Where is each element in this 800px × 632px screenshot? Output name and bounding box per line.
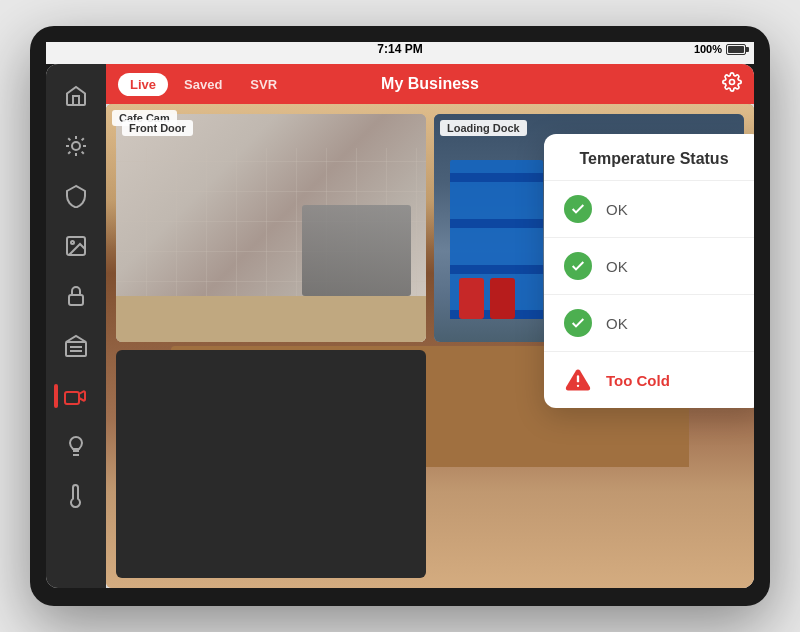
camera-label-loading: Loading Dock xyxy=(440,120,527,136)
temp-label-2: OK xyxy=(606,258,628,275)
sidebar-item-camera[interactable] xyxy=(54,374,98,418)
svg-point-21 xyxy=(577,385,579,387)
temp-label-1: OK xyxy=(606,201,628,218)
battery-icon xyxy=(726,44,746,55)
settings-button[interactable] xyxy=(722,72,742,96)
checkmark-icon-3 xyxy=(570,315,586,331)
svg-point-0 xyxy=(72,142,80,150)
temp-status-icon-1 xyxy=(564,195,592,223)
sidebar-item-gallery[interactable] xyxy=(54,224,98,268)
svg-rect-15 xyxy=(65,392,79,404)
lock-icon xyxy=(64,284,88,308)
header-tabs: Live Saved SVR xyxy=(118,73,289,96)
tablet-frame: 7:14 PM 100% xyxy=(30,26,770,606)
active-indicator xyxy=(54,384,58,408)
tab-svr[interactable]: SVR xyxy=(238,73,289,96)
temperature-panel: Temperature Status OK xyxy=(544,134,754,408)
svg-line-8 xyxy=(82,138,84,140)
temp-row-2: OK xyxy=(544,238,754,295)
svg-point-10 xyxy=(71,241,74,244)
sidebar-item-home[interactable] xyxy=(54,74,98,118)
status-battery-area: 100% xyxy=(515,43,746,55)
header-title: My Business xyxy=(381,75,479,93)
sun-icon xyxy=(64,134,88,158)
sidebar-item-shield[interactable] xyxy=(54,174,98,218)
temp-status-icon-4 xyxy=(564,366,592,394)
gallery-icon xyxy=(64,234,88,258)
camera-grid: Cafe Cam Front Door xyxy=(106,104,754,588)
temp-status-icon-2 xyxy=(564,252,592,280)
svg-line-3 xyxy=(68,138,70,140)
temp-row-1: OK xyxy=(544,181,754,238)
status-time: 7:14 PM xyxy=(285,42,516,56)
sidebar-item-temperature[interactable] xyxy=(54,474,98,518)
camera-cell-frontdoor[interactable]: Front Door xyxy=(116,114,426,342)
battery-percent: 100% xyxy=(694,43,722,55)
svg-rect-12 xyxy=(66,342,86,356)
status-bar: 7:14 PM 100% xyxy=(46,42,754,64)
temp-status-icon-3 xyxy=(564,309,592,337)
camera-icon xyxy=(64,384,88,408)
sidebar xyxy=(46,64,106,588)
home-icon xyxy=(64,84,88,108)
temperature-panel-title: Temperature Status xyxy=(544,134,754,181)
sidebar-item-lock[interactable] xyxy=(54,274,98,318)
temp-row-4: Too Cold xyxy=(544,352,754,408)
shield-icon xyxy=(64,184,88,208)
temp-label-4: Too Cold xyxy=(606,372,670,389)
checkmark-icon-2 xyxy=(570,258,586,274)
warning-icon xyxy=(564,366,592,394)
bulb-icon xyxy=(64,434,88,458)
sidebar-item-bulb[interactable] xyxy=(54,424,98,468)
svg-line-4 xyxy=(82,152,84,154)
sidebar-item-garage[interactable] xyxy=(54,324,98,368)
tab-saved[interactable]: Saved xyxy=(172,73,234,96)
sidebar-item-sun[interactable] xyxy=(54,124,98,168)
app-header: Live Saved SVR My Business xyxy=(106,64,754,104)
thermometer-icon xyxy=(64,484,88,508)
camera-label-frontdoor: Front Door xyxy=(122,120,193,136)
camera-cell-empty xyxy=(116,350,426,578)
gear-icon xyxy=(722,72,742,92)
checkmark-icon-1 xyxy=(570,201,586,217)
app-content: Live Saved SVR My Business xyxy=(46,64,754,588)
svg-point-17 xyxy=(730,80,735,85)
temp-label-3: OK xyxy=(606,315,628,332)
tab-live[interactable]: Live xyxy=(118,73,168,96)
garage-icon xyxy=(64,334,88,358)
temp-row-3: OK xyxy=(544,295,754,352)
svg-line-7 xyxy=(68,152,70,154)
svg-rect-11 xyxy=(69,295,83,305)
main-area: Live Saved SVR My Business xyxy=(106,64,754,588)
